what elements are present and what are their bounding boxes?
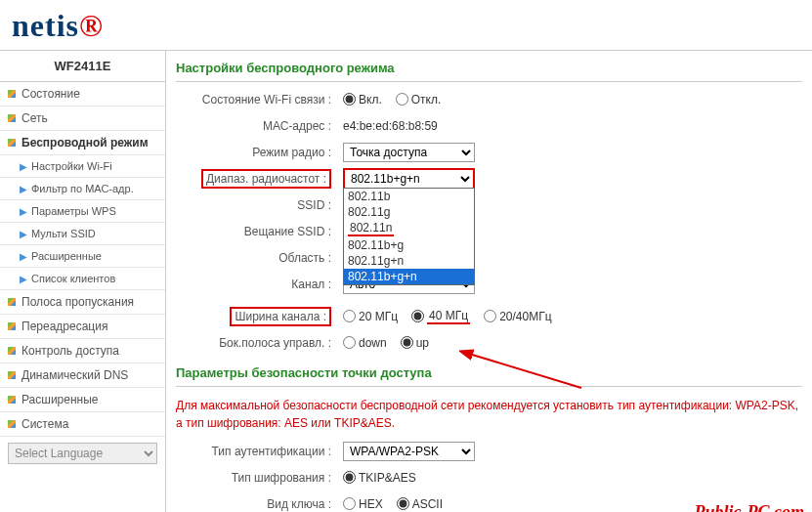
label-channel: Канал : <box>176 277 337 291</box>
band-option[interactable]: 802.11g+n <box>344 253 474 269</box>
label-radio-mode: Режим радио : <box>176 146 337 159</box>
label-keytype: Вид ключа : <box>176 497 337 511</box>
band-option-selected[interactable]: 802.11b+g+n <box>344 269 474 284</box>
nav-status[interactable]: Состояние <box>0 82 165 107</box>
nav-clients[interactable]: ▶Список клиентов <box>0 268 165 290</box>
radio-cw-2040[interactable]: 20/40МГц <box>484 310 551 323</box>
label-ssid-bcast: Вещание SSID : <box>176 225 337 238</box>
band-option[interactable]: 802.11g <box>344 204 474 220</box>
radio-mode-select[interactable]: Точка доступа <box>343 143 475 162</box>
security-note: Для максимальной безопасности беспроводн… <box>176 391 802 438</box>
nav-forwarding[interactable]: Переадресация <box>0 315 165 339</box>
language-select[interactable]: Select Language <box>8 443 157 464</box>
radio-cw-40[interactable]: 40 МГц <box>411 309 470 324</box>
nav-advanced-wireless[interactable]: ▶Расширенные <box>0 245 165 268</box>
label-wifi-state: Состояние Wi-Fi связи : <box>176 93 337 107</box>
nav-wps[interactable]: ▶Параметры WPS <box>0 200 165 223</box>
radio-enc[interactable]: TKIP&AES <box>343 471 416 485</box>
band-option[interactable]: 802.11n <box>344 220 474 237</box>
radio-wifi-on[interactable]: Вкл. <box>343 93 382 107</box>
band-dropdown-list: 802.11b 802.11g 802.11n 802.11b+g 802.11… <box>343 188 475 285</box>
label-auth: Тип аутентификации : <box>176 445 337 458</box>
label-ssid: SSID : <box>176 198 337 212</box>
label-band: Диапаз. радиочастот : <box>201 169 331 189</box>
nav-access[interactable]: Контроль доступа <box>0 339 165 363</box>
section-wireless-title: Настройки беспроводного режима <box>176 51 802 82</box>
nav-multi-ssid[interactable]: ▶Мульти SSID <box>0 223 165 245</box>
nav-ddns[interactable]: Динамический DNS <box>0 363 165 388</box>
logo: netis® <box>12 8 104 43</box>
nav-network[interactable]: Сеть <box>0 107 165 131</box>
nav-advanced[interactable]: Расширенные <box>0 388 165 412</box>
band-option[interactable]: 802.11b+g <box>344 237 474 253</box>
label-ch-width: Ширина канала : <box>230 307 331 326</box>
label-mac: МАС-адрес : <box>176 119 337 133</box>
radio-sb-up[interactable]: up <box>401 336 429 350</box>
nav-wifi-settings[interactable]: ▶Настройки Wi-Fi <box>0 155 165 178</box>
radio-wifi-off[interactable]: Откл. <box>396 93 442 107</box>
radio-key-hex[interactable]: HEX <box>343 497 383 511</box>
nav-system[interactable]: Система <box>0 412 165 437</box>
radio-cw-20[interactable]: 20 МГц <box>343 310 398 323</box>
nav-bandwidth[interactable]: Полоса пропускания <box>0 290 165 315</box>
label-enc: Тип шифрования : <box>176 471 337 485</box>
radio-sb-down[interactable]: down <box>343 336 387 350</box>
nav-wireless[interactable]: Беспроводной режим <box>0 131 165 155</box>
radio-key-ascii[interactable]: ASCII <box>397 497 443 511</box>
band-select[interactable]: 802.11b+g+n <box>343 168 475 190</box>
section-security-title: Параметры безопасности точки доступа <box>176 356 802 387</box>
mac-value: e4:be:ed:68:b8:59 <box>343 119 438 133</box>
auth-select[interactable]: WPA/WPA2-PSK <box>343 442 475 461</box>
label-sideband: Бок.полоса управл. : <box>176 336 337 350</box>
watermark: Public-PC.com <box>695 502 804 512</box>
sidebar: WF2411E Состояние Сеть Беспроводной режи… <box>0 51 166 512</box>
model-label: WF2411E <box>0 51 165 82</box>
label-region: Область : <box>176 251 337 265</box>
nav-mac-filter[interactable]: ▶Фильтр по МАС-адр. <box>0 178 165 200</box>
band-option[interactable]: 802.11b <box>344 189 474 204</box>
